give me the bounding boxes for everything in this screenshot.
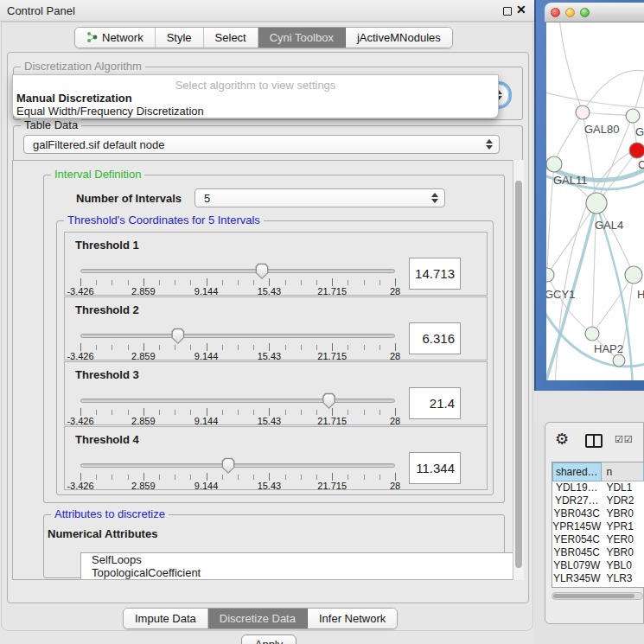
list-item[interactable]: TopologicalCoefficient <box>81 566 517 579</box>
cell[interactable]: YBR0 <box>601 507 644 520</box>
table-row[interactable]: YBR043CYBR0 <box>552 507 644 520</box>
tab-label: Style <box>167 31 192 44</box>
float-window-icon[interactable] <box>503 7 512 16</box>
table-panel-header: Table Panel <box>534 391 644 422</box>
tab-label: Select <box>215 31 246 44</box>
threshold-4-slider-thumb[interactable] <box>221 457 235 474</box>
settings-scrollbar[interactable] <box>513 160 524 580</box>
table-panel: ⚙ ☑☑ shared… n YDL19…YDL1 YDR27…YDR2 YBR… <box>545 422 644 624</box>
algorithm-option-equal-width[interactable]: Equal Width/Frequency Discretization <box>16 105 204 118</box>
columns-icon[interactable] <box>585 434 603 448</box>
threshold-1-slider-track[interactable] <box>80 269 395 273</box>
tick-label: 21.715 <box>317 481 347 491</box>
tick-label: 9.144 <box>194 416 219 426</box>
column-header-shared-name[interactable]: shared… <box>552 462 602 481</box>
table-row[interactable]: YER054CYER0 <box>552 533 644 546</box>
algorithm-placeholder-option[interactable]: Select algorithm to view settings <box>13 79 498 92</box>
numerical-attributes-list[interactable]: SelfLoops TopologicalCoefficient Between… <box>80 552 517 580</box>
table-row[interactable]: YDR27…YDR2 <box>552 494 644 507</box>
tab-discretize-data[interactable]: Discretize Data <box>208 609 308 628</box>
table-horizontal-scrollbar[interactable] <box>552 592 643 600</box>
cell[interactable]: YIL053C <box>552 585 601 588</box>
svg-text:GCY1: GCY1 <box>546 288 575 301</box>
threshold-4-slider-track[interactable] <box>80 463 395 468</box>
slider-ticks <box>80 280 396 285</box>
tick-label: 21.715 <box>317 351 347 361</box>
threshold-4-block: Threshold 4 -3.426 2.859 9.144 15.43 21.… <box>64 426 488 490</box>
tab-label: Discretize Data <box>220 612 296 625</box>
scrollbar-thumb[interactable] <box>553 594 634 598</box>
tick-label: 9.144 <box>194 481 219 491</box>
select-columns-checkboxes-icon[interactable]: ☑☑ <box>615 434 634 445</box>
cell[interactable]: YER054C <box>552 533 601 546</box>
cell[interactable]: YDR27… <box>552 494 601 507</box>
cell[interactable]: YBR045C <box>552 546 601 559</box>
network-canvas[interactable]: GAL80GACGAL11GAL4GCY1HHAP2 <box>546 22 644 380</box>
tab-infer-network[interactable]: Infer Network <box>308 609 397 628</box>
threshold-1-value-field[interactable]: 14.713 <box>409 258 461 290</box>
tab-select[interactable]: Select <box>204 28 258 48</box>
threshold-2-slider-track[interactable] <box>80 334 395 338</box>
threshold-3-slider-track[interactable] <box>80 399 395 403</box>
scrollbar-thumb[interactable] <box>515 181 522 568</box>
cell[interactable]: YDR2 <box>601 494 644 507</box>
list-item[interactable]: BetweennessCentrality <box>81 579 517 580</box>
numerical-attributes-heading: Numerical Attributes <box>48 527 157 540</box>
tab-cyni-toolbox[interactable]: Cyni Toolbox <box>258 28 346 48</box>
cell[interactable]: YBR0 <box>601 546 644 559</box>
column-header-name[interactable]: n <box>602 462 644 481</box>
gear-icon[interactable]: ⚙ <box>555 431 569 447</box>
threshold-3-slider-thumb[interactable] <box>322 392 336 409</box>
cell[interactable]: YBL0 <box>601 559 644 572</box>
cell[interactable]: YIL0 <box>601 585 644 588</box>
threshold-1-slider-thumb[interactable] <box>255 263 269 279</box>
apply-button[interactable]: Apply <box>241 634 296 644</box>
close-icon[interactable]: ✕ <box>516 3 526 16</box>
tick-label: 21.715 <box>317 416 347 426</box>
table-row[interactable]: YBL079WYBL0 <box>552 559 644 572</box>
cell[interactable]: YLR345W <box>552 572 601 585</box>
tab-impute-data[interactable]: Impute Data <box>124 609 208 628</box>
table-data-combobox[interactable]: galFiltered.sif default node <box>23 135 500 154</box>
tick-label: 2.859 <box>131 286 156 296</box>
cell[interactable]: YDL19… <box>552 481 601 494</box>
tick-label: 28 <box>390 351 400 361</box>
cell[interactable]: YLR3 <box>601 572 644 585</box>
threshold-4-value-field[interactable]: 11.344 <box>409 452 461 484</box>
tick-label: -3.426 <box>67 351 93 361</box>
tab-label: Infer Network <box>319 612 386 625</box>
threshold-2-slider-thumb[interactable] <box>171 328 185 344</box>
table-row[interactable]: YBR045CYBR0 <box>552 546 644 559</box>
threshold-3-value-field[interactable]: 21.4 <box>409 387 461 419</box>
zoom-traffic-light-icon[interactable] <box>580 8 590 17</box>
close-traffic-light-icon[interactable] <box>551 8 560 17</box>
table-row[interactable]: YPR145WYPR1 <box>552 520 644 533</box>
cell[interactable]: YBR043C <box>552 507 601 520</box>
number-of-intervals-label: Number of Intervals <box>76 192 182 205</box>
tab-style[interactable]: Style <box>156 28 204 48</box>
number-of-intervals-combobox[interactable]: 5 <box>194 188 445 207</box>
discretization-algorithm-legend: Discretization Algorithm <box>21 60 145 73</box>
table-row[interactable]: YLR345WYLR3 <box>552 572 644 585</box>
cell[interactable]: YBL079W <box>552 559 601 572</box>
cell[interactable]: YPR145W <box>552 520 601 533</box>
cyni-toolbox-panel: Discretization Algorithm Table Data galF… <box>7 52 529 603</box>
tab-network[interactable]: Network <box>75 28 156 48</box>
svg-text:GAL80: GAL80 <box>584 123 619 136</box>
tick-label: 21.715 <box>317 286 347 296</box>
tick-label: -3.426 <box>67 416 93 426</box>
algorithm-option-manual[interactable]: Manual Discretization <box>16 92 132 105</box>
table-header-row: shared… n <box>552 462 644 481</box>
tick-label: 15.43 <box>258 416 282 426</box>
cell[interactable]: YPR1 <box>601 520 644 533</box>
table-row[interactable]: YDL19…YDL1 <box>552 481 644 494</box>
tab-jactivemnodules[interactable]: jActiveMNodules <box>346 28 452 48</box>
minimize-traffic-light-icon[interactable] <box>565 8 575 17</box>
slider-ticks <box>80 345 396 350</box>
table-data-legend: Table Data <box>21 118 81 131</box>
table-row[interactable]: YIL053CYIL0 <box>552 585 644 588</box>
list-item[interactable]: SelfLoops <box>81 553 517 566</box>
cell[interactable]: YER0 <box>601 533 644 546</box>
cell[interactable]: YDL1 <box>601 481 644 494</box>
threshold-2-value-field[interactable]: 6.316 <box>409 322 461 354</box>
